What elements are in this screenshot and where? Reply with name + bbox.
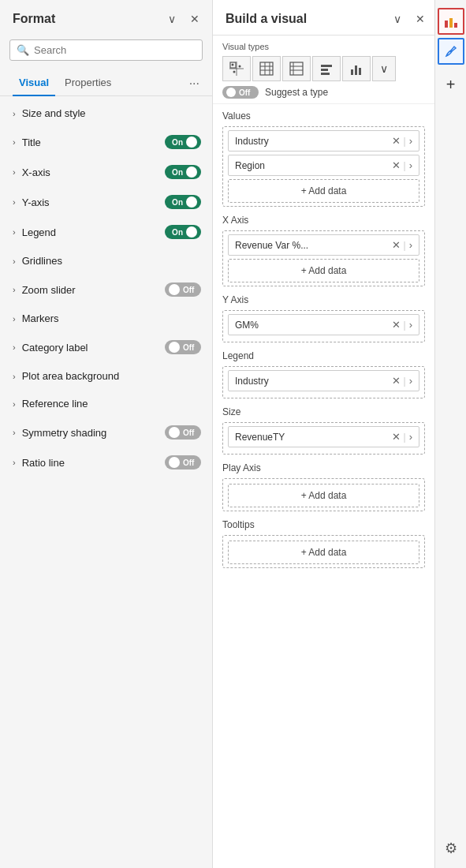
menu-item-gridlines[interactable]: › Gridlines [0,247,212,275]
chip-expand-btn[interactable]: › [409,135,412,147]
chip-expand-btn[interactable]: › [409,159,412,171]
chip-expand-btn[interactable]: › [409,431,412,443]
chip-actions: ✕ | › [392,431,412,443]
menu-item-label: Plot area background [22,370,120,382]
visual-icon-matrix[interactable] [282,56,311,81]
add-icon[interactable]: + [438,71,464,98]
menu-item-title[interactable]: › Title On [0,127,212,157]
menu-item-legend[interactable]: › Legend On [0,217,212,247]
add-data-play-axis-button[interactable]: + Add data [228,484,419,507]
tab-more[interactable]: ··· [186,75,203,92]
svg-rect-15 [321,65,332,67]
search-box[interactable]: 🔍 [9,39,203,61]
chip-remove-btn[interactable]: ✕ [392,431,401,443]
section-legend: Legend Industry ✕ | › [222,350,425,398]
toggle-on[interactable]: On [165,195,201,209]
field-box-values: Industry ✕ | › Region ✕ | › [222,126,425,207]
left-close-button[interactable]: ✕ [187,11,203,27]
chip-actions: ✕ | › [392,375,412,387]
section-label-x-axis: X Axis [222,215,425,226]
section-y-axis: Y Axis GM% ✕ | › [222,294,425,342]
chip-label: Region [235,160,265,171]
bar-chart-icon-button[interactable] [438,8,464,35]
svg-rect-22 [449,18,453,28]
suggest-toggle-circle [226,88,236,97]
chip-remove-btn[interactable]: ✕ [392,159,401,171]
menu-item-category-label[interactable]: › Category label Off [0,332,212,362]
menu-list: › Size and style › Title On › X-axis On [0,96,212,868]
chip-expand-btn[interactable]: › [409,239,412,251]
toggle-circle [186,196,197,208]
menu-item-label: Symmetry shading [22,427,107,439]
settings-icon[interactable]: ⚙ [445,840,457,857]
menu-item-markers[interactable]: › Markers [0,305,212,332]
tab-visual[interactable]: Visual [13,72,55,96]
menu-item-label: Reference line [22,398,88,410]
chip-remove-btn[interactable]: ✕ [392,319,401,331]
right-close-button[interactable]: ✕ [412,11,428,27]
right-panel-header: Build a visual ∨ ✕ [213,0,434,36]
search-input[interactable] [34,44,196,56]
field-chip-region-values: Region ✕ | › [228,155,419,176]
chip-actions: ✕ | › [392,159,412,171]
toggle-on-label: On [172,198,183,207]
chip-label: Industry [235,136,269,147]
toggle-off[interactable]: Off [165,282,201,297]
menu-item-symmetry-shading[interactable]: › Symmetry shading Off [0,417,212,447]
chip-remove-btn[interactable]: ✕ [392,239,401,251]
menu-item-zoom-slider[interactable]: › Zoom slider Off [0,275,212,305]
chevron-icon: › [13,167,16,177]
visual-icon-more[interactable]: ∨ [372,56,396,81]
chip-expand-btn[interactable]: › [409,319,412,331]
add-data-tooltips-button[interactable]: + Add data [228,541,419,564]
chip-remove-btn[interactable]: ✕ [392,135,401,147]
menu-item-reference-line[interactable]: › Reference line [0,390,212,417]
chevron-icon: › [13,227,16,237]
chip-label: Revenue Var %... [235,240,308,251]
chip-expand-btn[interactable]: › [409,375,412,387]
add-data-x-axis-button[interactable]: + Add data [228,259,419,282]
suggest-toggle[interactable]: Off [222,86,259,99]
toggle-on[interactable]: On [165,135,201,149]
right-panel-title: Build a visual [226,12,307,26]
chip-remove-btn[interactable]: ✕ [392,375,401,387]
toggle-off[interactable]: Off [165,455,201,470]
menu-item-plot-area[interactable]: › Plot area background [0,362,212,390]
toggle-off-label: Off [183,458,194,467]
tab-properties[interactable]: Properties [58,72,117,96]
right-body: Values Industry ✕ | › Region ✕ [213,104,434,868]
add-data-values-button[interactable]: + Add data [228,179,419,203]
section-label-values: Values [222,110,425,122]
toggle-on[interactable]: On [165,165,201,179]
field-box-x-axis: Revenue Var %... ✕ | › + Add data [222,230,425,286]
svg-point-5 [233,71,236,73]
visual-icon-column[interactable] [342,56,371,81]
menu-item-x-axis[interactable]: › X-axis On [0,157,212,187]
paint-brush-icon-button[interactable] [438,38,464,65]
chip-sep: | [404,240,406,251]
visual-icon-bar[interactable] [312,56,341,81]
toggle-off[interactable]: Off [165,425,201,440]
tabs-row: Visual Properties ··· [0,69,212,96]
chevron-icon: › [13,458,16,467]
field-chip-industry-legend: Industry ✕ | › [228,370,419,391]
toggle-on[interactable]: On [165,225,201,239]
field-chip-revenue-ty: RevenueTY ✕ | › [228,426,419,447]
svg-rect-6 [260,62,273,75]
left-collapse-button[interactable]: ∨ [165,11,179,27]
menu-item-size-style[interactable]: › Size and style [0,99,212,127]
toggle-circle [169,284,180,295]
right-header-icons: ∨ ✕ [390,11,428,27]
chip-actions: ✕ | › [392,239,412,251]
chevron-icon: › [13,197,16,207]
visual-types-section: Visual types ∨ [213,36,434,104]
left-panel-title: Format [13,12,55,26]
visual-icon-table[interactable] [252,56,281,81]
svg-rect-16 [321,69,328,71]
search-icon: 🔍 [17,44,29,56]
menu-item-ratio-line[interactable]: › Ratio line Off [0,447,212,477]
toggle-off[interactable]: Off [165,340,201,354]
visual-icon-scatter[interactable] [222,56,251,81]
right-collapse-button[interactable]: ∨ [390,11,404,27]
menu-item-y-axis[interactable]: › Y-axis On [0,187,212,217]
